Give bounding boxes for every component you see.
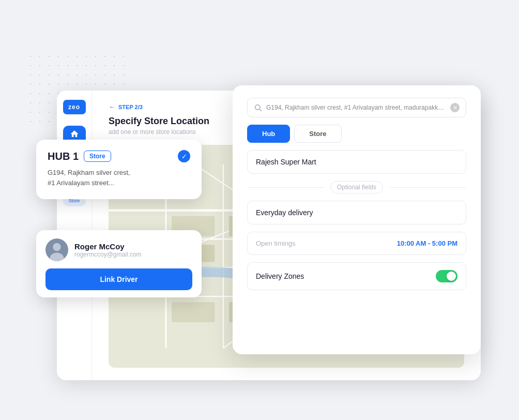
svg-rect-19 xyxy=(172,302,215,322)
driver-card: Roger McCoy rogermccoy@gmail.com Link Dr… xyxy=(36,230,202,297)
right-panel: G194, Rajkham silver crest, #1 Arivalaya… xyxy=(233,85,481,354)
svg-line-25 xyxy=(260,109,262,111)
search-input-value: G194, Rajkham silver crest, #1 Arivalaya… xyxy=(266,104,446,111)
hub-toggle-button[interactable]: Hub xyxy=(247,125,290,143)
driver-details: Roger McCoy rogermccoy@gmail.com xyxy=(74,242,142,258)
search-bar[interactable]: G194, Rajkham silver crest, #1 Arivalaya… xyxy=(247,98,466,117)
driver-avatar xyxy=(45,238,68,261)
timings-value: 10:00 AM - 5:00 PM xyxy=(397,239,457,247)
driver-name: Roger McCoy xyxy=(74,242,142,251)
svg-point-24 xyxy=(255,105,260,110)
timings-label: Open timings xyxy=(256,239,296,247)
hub-store-badge: Store xyxy=(84,151,111,162)
delivery-zones-toggle[interactable] xyxy=(436,270,457,282)
hub-card: HUB 1 Store ✓ G194, Rajkham silver crest… xyxy=(36,140,202,199)
search-icon xyxy=(254,103,262,112)
delivery-zones-label: Delivery Zones xyxy=(256,272,304,280)
optional-divider: Optional fields xyxy=(247,181,466,193)
svg-point-27 xyxy=(53,243,60,251)
driver-email: rogermccoy@gmail.com xyxy=(74,251,142,258)
hub-address: G194, Rajkham silver crest,#1 Arivalayam… xyxy=(48,168,190,188)
logo: zeo xyxy=(63,100,86,114)
search-clear-button[interactable]: ✕ xyxy=(450,103,460,112)
hub-check-icon: ✓ xyxy=(178,150,190,162)
type-toggle: Hub Store xyxy=(247,125,466,143)
timings-row[interactable]: Open timings 10:00 AM - 5:00 PM xyxy=(247,232,466,255)
back-arrow-icon: ← xyxy=(109,103,115,111)
optional-label: Optional fields xyxy=(330,181,383,193)
store-toggle-button[interactable]: Store xyxy=(294,125,341,143)
hub-card-header: HUB 1 Store ✓ xyxy=(48,150,190,162)
delivery-zones-row[interactable]: Delivery Zones xyxy=(247,262,466,290)
link-driver-button[interactable]: Link Driver xyxy=(45,268,192,290)
driver-info: Roger McCoy rogermccoy@gmail.com xyxy=(45,238,192,261)
step-label: STEP 2/3 xyxy=(118,104,143,110)
hub-title: HUB 1 xyxy=(48,151,79,162)
description-field[interactable]: Everyday delivery xyxy=(247,201,466,224)
store-name-field[interactable]: Rajesh Super Mart xyxy=(247,150,466,174)
